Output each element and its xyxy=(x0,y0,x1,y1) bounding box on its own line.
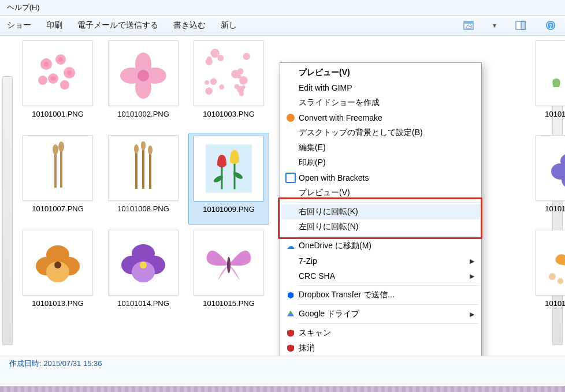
svg-point-36 xyxy=(237,74,241,79)
context-menu-item-label: 左回りに回転(N) xyxy=(299,222,474,232)
thumbnail-item[interactable]: 10101013.PNG xyxy=(17,227,98,320)
context-menu-item[interactable]: 左回りに回転(N) xyxy=(281,219,480,234)
scrollbar-left[interactable] xyxy=(2,76,13,345)
context-menu-item[interactable]: 右回りに回転(K) xyxy=(281,204,480,219)
details-created-value: 2015/07/31 15:36 xyxy=(43,359,102,368)
toolbar-views-dropdown[interactable]: ▾ xyxy=(491,21,498,29)
context-menu-item[interactable]: 抹消 xyxy=(281,341,480,356)
details-created-label: 作成日時: xyxy=(9,359,42,368)
context-menu-item-label: 印刷(P) xyxy=(299,158,474,168)
context-menu: プレビュー(V) Edit with GIMP スライドショーを作成 Conve… xyxy=(280,62,482,356)
footer-bar xyxy=(0,385,565,392)
context-menu-item-label: OneDrive に移動(M) xyxy=(299,241,474,251)
context-menu-separator xyxy=(299,323,478,324)
thumbnail-item[interactable]: 10101018.PNG xyxy=(530,227,565,320)
context-menu-item[interactable]: Google ドライブ ▶ xyxy=(281,307,480,322)
context-menu-item-label: 右回りに回転(K) xyxy=(299,207,474,217)
svg-marker-77 xyxy=(287,313,294,316)
svg-marker-76 xyxy=(289,311,292,313)
thumbnail-label: 10101006.PNG xyxy=(545,110,565,118)
thumbnail-frame xyxy=(108,40,179,106)
context-menu-item[interactable]: 7-Zip ▶ xyxy=(281,253,480,268)
toolbar-preview-pane-button[interactable] xyxy=(513,18,528,32)
thumbnail-item[interactable]: 10101014.PNG xyxy=(103,227,184,320)
context-menu-item[interactable]: ⬢ Dropbox Transfer で送信... xyxy=(281,288,480,303)
context-menu-item[interactable]: Edit with GIMP xyxy=(281,80,480,95)
svg-point-22 xyxy=(137,70,149,81)
context-menu-item[interactable]: 印刷(P) xyxy=(281,155,480,170)
svg-rect-52 xyxy=(206,144,252,193)
svg-point-37 xyxy=(205,80,209,85)
thumbnail-label: 10101012.PNG xyxy=(545,204,565,213)
onedrive-icon: ☁ xyxy=(282,241,299,251)
thumbnail-item[interactable]: 10101006.PNG xyxy=(530,38,565,130)
context-menu-item-label: プレビュー(V) xyxy=(299,188,474,198)
thumbnail-frame xyxy=(194,230,264,296)
context-menu-item[interactable]: 編集(E) xyxy=(281,140,480,155)
thumbnail-label: 10101001.PNG xyxy=(32,110,84,118)
thumbnail-item[interactable]: 10101012.PNG xyxy=(530,133,565,225)
thumbnail-frame xyxy=(194,136,264,201)
thumbnail-label: 10101013.PNG xyxy=(32,299,84,308)
context-menu-item[interactable]: プレビュー(V) xyxy=(281,185,480,200)
svg-point-27 xyxy=(207,57,212,62)
thumbnail-label: 10101018.PNG xyxy=(545,299,565,308)
context-menu-item-label: Google ドライブ xyxy=(299,309,470,319)
context-menu-item-label: プレビュー(V) xyxy=(299,68,474,78)
svg-point-13 xyxy=(38,76,47,85)
thumbnail-item[interactable]: 10101003.PNG xyxy=(188,38,269,130)
help-icon: ? xyxy=(545,20,556,31)
gdrive-icon xyxy=(282,310,299,318)
context-menu-item[interactable]: プレビュー(V) xyxy=(281,65,480,80)
thumbnail-frame xyxy=(23,230,93,296)
toolbar-help-button[interactable]: ? xyxy=(543,18,558,32)
thumbnail-item[interactable]: 10101008.PNG xyxy=(103,133,184,225)
thumbnail-frame xyxy=(536,135,565,201)
thumbnail-frame xyxy=(194,40,264,106)
context-menu-item-label: Open with Brackets xyxy=(299,173,474,182)
toolbar-item-print[interactable]: 印刷 xyxy=(46,20,62,31)
menu-help[interactable]: ヘルプ(H) xyxy=(7,3,40,12)
thumbnail-frame xyxy=(536,230,565,296)
context-menu-item[interactable]: Open with Brackets xyxy=(281,170,480,185)
toolbar-item-new[interactable]: 新し xyxy=(221,20,237,31)
context-menu-item-label: スライドショーを作成 xyxy=(299,98,474,108)
svg-point-69 xyxy=(140,262,147,268)
svg-point-26 xyxy=(219,84,224,89)
context-menu-item[interactable]: デスクトップの背景として設定(B) xyxy=(281,125,480,140)
svg-point-70 xyxy=(227,257,231,273)
toolbar-views-button[interactable] xyxy=(461,18,476,32)
svg-point-73 xyxy=(557,278,563,284)
submenu-arrow-icon: ▶ xyxy=(470,311,474,318)
svg-point-32 xyxy=(218,55,224,60)
thumbnail-item[interactable]: 10101015.PNG xyxy=(188,227,269,320)
toolbar-item-slideshow[interactable]: ショー xyxy=(7,20,31,31)
context-menu-item-label: Edit with GIMP xyxy=(299,83,474,92)
svg-point-45 xyxy=(58,141,64,152)
context-menu-item[interactable]: ☁ OneDrive に移動(M) xyxy=(281,238,480,253)
svg-point-51 xyxy=(148,145,153,155)
file-area[interactable]: 10101001.PNG 10101002.PNG 10101003.PNG 1… xyxy=(0,36,565,356)
context-menu-item-label: スキャン xyxy=(299,328,474,338)
thumbnail-item[interactable]: 10101009.PNG xyxy=(188,133,269,225)
thumbnail-label: 10101014.PNG xyxy=(117,299,169,308)
preview-pane-icon xyxy=(515,21,526,30)
context-menu-item[interactable]: CRC SHA ▶ xyxy=(281,268,480,283)
svg-point-49 xyxy=(134,144,139,154)
thumbnail-frame xyxy=(108,230,179,296)
toolbar-item-email[interactable]: 電子メールで送信する xyxy=(77,20,158,31)
context-menu-item[interactable]: スキャン xyxy=(281,326,480,341)
toolbar-item-burn[interactable]: 書き込む xyxy=(173,20,206,31)
thumbnail-item[interactable]: 10101002.PNG xyxy=(103,38,184,130)
viewport: 10101001.PNG 10101002.PNG 10101003.PNG 1… xyxy=(0,36,565,392)
thumbnail-frame xyxy=(23,135,93,201)
svg-point-16 xyxy=(67,70,72,75)
thumbnail-item[interactable]: 10101001.PNG xyxy=(17,38,98,130)
svg-point-30 xyxy=(243,53,250,60)
thumbnail-item[interactable]: 10101007.PNG xyxy=(17,133,98,225)
context-menu-separator xyxy=(299,236,478,237)
thumbnail-label: 10101008.PNG xyxy=(117,204,169,213)
views-icon xyxy=(463,21,474,30)
context-menu-item[interactable]: スライドショーを作成 xyxy=(281,95,480,110)
context-menu-item[interactable]: Convert with Freemake xyxy=(281,110,480,125)
